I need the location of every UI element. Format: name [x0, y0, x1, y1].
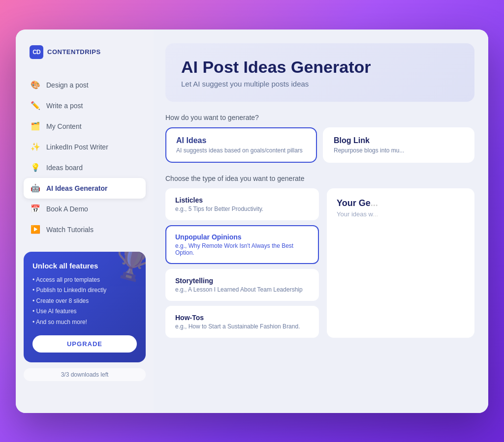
sidebar-item-label: Book A Demo — [46, 205, 88, 213]
linkedin-writer-icon: ✨ — [31, 142, 40, 152]
sidebar-item-label: Write a post — [46, 102, 83, 110]
sidebar: CD CONTENTDRIPS 🎨 Design a post ✏️ Write… — [16, 29, 154, 413]
logo-icon: CD — [30, 45, 43, 59]
sidebar-item-linkedin-writer[interactable]: ✨ LinkedIn Post Writer — [24, 137, 146, 157]
design-post-icon: 🎨 — [31, 80, 40, 90]
generated-subtitle: Your ideas w... — [337, 210, 465, 218]
type-card-desc: AI suggests ideas based on goals/content… — [176, 147, 306, 154]
idea-type-example: e.g., 5 Tips for Better Productivity. — [175, 206, 309, 212]
upgrade-feature-item: Access all pro templates — [32, 275, 137, 286]
main-content: AI Post Ideas Generator Let AI suggest y… — [154, 29, 488, 413]
generate-section-label: How do you want to generate? — [165, 114, 474, 121]
sidebar-item-label: Watch Tutorials — [46, 226, 94, 234]
bottom-section: Choose the type of idea you want to gene… — [165, 175, 474, 338]
upgrade-feature-item: And so much more! — [32, 317, 137, 328]
idea-type-example: e.g., A Lesson I Learned About Team Lead… — [175, 286, 309, 293]
idea-type-title: Storytelling — [175, 277, 309, 285]
header-card: AI Post Ideas Generator Let AI suggest y… — [165, 43, 474, 102]
book-demo-icon: 📅 — [31, 204, 40, 214]
nav-container: 🎨 Design a post ✏️ Write a post 🗂️ My Co… — [24, 75, 146, 240]
idea-type-card-listicles[interactable]: Listicles e.g., 5 Tips for Better Produc… — [165, 188, 319, 220]
sidebar-item-write-post[interactable]: ✏️ Write a post — [24, 95, 146, 116]
page-subtitle: Let AI suggest you multiple posts ideas — [181, 80, 459, 88]
idea-type-card-unpopular-opinions[interactable]: Unpopular Opinions e.g., Why Remote Work… — [165, 225, 319, 264]
sidebar-item-label: My Content — [46, 122, 82, 130]
write-post-icon: ✏️ — [31, 101, 40, 111]
type-card-desc: Repurpose blogs into mu... — [334, 147, 464, 154]
generated-panel: Your Ge... Your ideas w... — [327, 188, 474, 338]
generated-title: Your Ge... — [337, 198, 465, 208]
ideas-board-icon: 💡 — [31, 163, 40, 173]
upgrade-feature-item: Publish to LinkedIn directly — [32, 285, 137, 296]
sidebar-item-ai-ideas-generator[interactable]: 🤖 AI Ideas Generator — [24, 178, 146, 199]
generate-section: How do you want to generate? AI Ideas AI… — [165, 114, 474, 163]
sidebar-item-label: Design a post — [46, 81, 89, 89]
sidebar-item-label: LinkedIn Post Writer — [46, 143, 108, 151]
app-container: CD CONTENTDRIPS 🎨 Design a post ✏️ Write… — [16, 29, 488, 413]
sidebar-item-watch-tutorials[interactable]: ▶️ Watch Tutorials — [24, 219, 146, 240]
idea-types-section: Listicles e.g., 5 Tips for Better Produc… — [165, 188, 474, 338]
type-card-title: Blog Link — [334, 136, 464, 145]
my-content-icon: 🗂️ — [31, 121, 40, 131]
idea-type-example: e.g., How to Start a Sustainable Fashion… — [175, 323, 309, 330]
idea-type-example: e.g., Why Remote Work Isn't Always the B… — [175, 242, 309, 256]
watch-tutorials-icon: ▶️ — [31, 225, 40, 235]
idea-types-label: Choose the type of idea you want to gene… — [165, 175, 474, 182]
logo-text: CONTENTDRIPS — [47, 48, 101, 56]
generation-types-row: AI Ideas AI suggests ideas based on goal… — [165, 127, 474, 163]
idea-types-list: Listicles e.g., 5 Tips for Better Produc… — [165, 188, 319, 338]
sidebar-item-design-post[interactable]: 🎨 Design a post — [24, 75, 146, 95]
page-title: AI Post Ideas Generator — [181, 57, 459, 77]
upgrade-card: 🏆 Unlock all features Access all pro tem… — [24, 252, 146, 363]
ai-ideas-generator-icon: 🤖 — [31, 183, 40, 193]
logo-area: CD CONTENTDRIPS — [24, 45, 146, 59]
sidebar-item-my-content[interactable]: 🗂️ My Content — [24, 116, 146, 137]
upgrade-feature-item: Create over 8 slides — [32, 296, 137, 307]
type-card-ai-ideas[interactable]: AI Ideas AI suggests ideas based on goal… — [165, 127, 317, 163]
type-card-blog-link[interactable]: Blog Link Repurpose blogs into mu... — [323, 127, 474, 163]
upgrade-feature-item: Use AI features — [32, 306, 137, 317]
sidebar-item-book-demo[interactable]: 📅 Book A Demo — [24, 199, 146, 219]
sidebar-item-label: AI Ideas Generator — [46, 184, 108, 192]
idea-type-card-how-tos[interactable]: How-Tos e.g., How to Start a Sustainable… — [165, 306, 319, 338]
idea-type-title: How-Tos — [175, 314, 309, 322]
type-card-title: AI Ideas — [176, 136, 306, 145]
sidebar-item-ideas-board[interactable]: 💡 Ideas board — [24, 157, 146, 178]
idea-type-title: Listicles — [175, 196, 309, 204]
upgrade-features-list: Access all pro templatesPublish to Linke… — [32, 275, 137, 328]
sidebar-item-label: Ideas board — [46, 164, 83, 172]
upgrade-button[interactable]: UPGRADE — [32, 335, 137, 353]
downloads-badge: 3/3 downloads left — [24, 368, 146, 381]
idea-type-title: Unpopular Opinions — [175, 233, 309, 241]
idea-type-card-storytelling[interactable]: Storytelling e.g., A Lesson I Learned Ab… — [165, 269, 319, 301]
